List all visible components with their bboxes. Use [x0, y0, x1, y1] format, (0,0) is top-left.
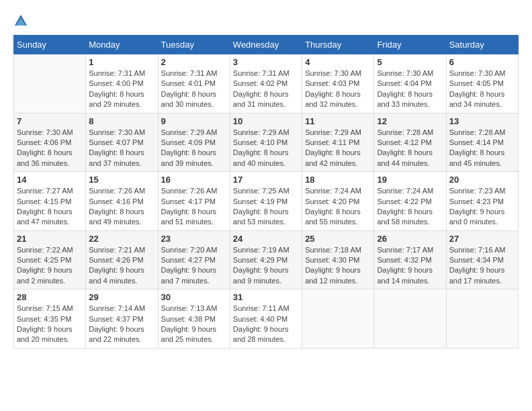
calendar-week-row: 1 Sunrise: 7:31 AM Sunset: 4:00 PM Dayli…: [14, 54, 519, 113]
calendar-cell: 29 Sunrise: 7:14 AM Sunset: 4:37 PM Dayl…: [86, 289, 158, 349]
day-number: 27: [449, 234, 515, 244]
day-info: Sunrise: 7:19 AM Sunset: 4:29 PM Dayligh…: [233, 245, 299, 287]
calendar-cell: 31 Sunrise: 7:11 AM Sunset: 4:40 PM Dayl…: [230, 289, 302, 349]
sunrise-text: Sunrise: 7:22 AM: [17, 246, 73, 254]
daylight-text: Daylight: 8 hours and 49 minutes.: [89, 208, 144, 226]
day-info: Sunrise: 7:28 AM Sunset: 4:14 PM Dayligh…: [449, 128, 515, 169]
daylight-text: Daylight: 8 hours and 30 minutes.: [161, 90, 217, 108]
sunrise-text: Sunrise: 7:14 AM: [89, 304, 145, 312]
day-info: Sunrise: 7:28 AM Sunset: 4:12 PM Dayligh…: [377, 128, 443, 169]
calendar-cell: 17 Sunrise: 7:25 AM Sunset: 4:19 PM Dayl…: [230, 172, 302, 231]
sunrise-text: Sunrise: 7:24 AM: [305, 187, 361, 195]
daylight-text: Daylight: 8 hours and 42 minutes.: [305, 148, 361, 167]
daylight-text: Daylight: 9 hours and 20 minutes.: [17, 325, 73, 343]
sunset-text: Sunset: 4:10 PM: [233, 138, 287, 146]
day-number: 9: [161, 116, 227, 126]
day-info: Sunrise: 7:29 AM Sunset: 4:11 PM Dayligh…: [305, 128, 371, 169]
day-info: Sunrise: 7:15 AM Sunset: 4:35 PM Dayligh…: [17, 304, 83, 345]
daylight-text: Daylight: 8 hours and 33 minutes.: [377, 90, 433, 108]
day-info: Sunrise: 7:30 AM Sunset: 4:04 PM Dayligh…: [377, 68, 443, 110]
day-number: 31: [233, 292, 299, 302]
day-number: 14: [17, 175, 83, 185]
daylight-text: Daylight: 8 hours and 37 minutes.: [89, 148, 144, 167]
day-number: 29: [89, 292, 154, 302]
calendar-table: SundayMondayTuesdayWednesdayThursdayFrid…: [13, 35, 519, 349]
calendar-cell: 8 Sunrise: 7:30 AM Sunset: 4:07 PM Dayli…: [86, 113, 158, 172]
calendar-cell: 20 Sunrise: 7:23 AM Sunset: 4:23 PM Dayl…: [446, 172, 518, 231]
day-number: 13: [449, 116, 515, 126]
daylight-text: Daylight: 8 hours and 47 minutes.: [17, 208, 73, 226]
day-info: Sunrise: 7:30 AM Sunset: 4:05 PM Dayligh…: [449, 68, 515, 110]
calendar-week-row: 21 Sunrise: 7:22 AM Sunset: 4:25 PM Dayl…: [14, 230, 519, 289]
sunset-text: Sunset: 4:40 PM: [233, 315, 287, 323]
daylight-text: Daylight: 8 hours and 53 minutes.: [233, 208, 289, 226]
sunset-text: Sunset: 4:03 PM: [305, 79, 359, 87]
sunset-text: Sunset: 4:07 PM: [89, 138, 143, 146]
day-info: Sunrise: 7:23 AM Sunset: 4:23 PM Dayligh…: [449, 186, 515, 228]
daylight-text: Daylight: 9 hours and 17 minutes.: [449, 266, 505, 284]
day-info: Sunrise: 7:20 AM Sunset: 4:27 PM Dayligh…: [161, 245, 227, 287]
sunset-text: Sunset: 4:29 PM: [233, 256, 287, 264]
sunrise-text: Sunrise: 7:23 AM: [449, 187, 506, 195]
day-info: Sunrise: 7:26 AM Sunset: 4:16 PM Dayligh…: [89, 186, 154, 228]
sunrise-text: Sunrise: 7:29 AM: [233, 128, 290, 136]
sunset-text: Sunset: 4:34 PM: [449, 256, 504, 264]
calendar-cell: 25 Sunrise: 7:18 AM Sunset: 4:30 PM Dayl…: [302, 230, 374, 289]
day-info: Sunrise: 7:30 AM Sunset: 4:07 PM Dayligh…: [89, 128, 154, 169]
calendar-cell: 14 Sunrise: 7:27 AM Sunset: 4:15 PM Dayl…: [14, 172, 86, 231]
daylight-text: Daylight: 9 hours and 14 minutes.: [377, 266, 433, 284]
sunset-text: Sunset: 4:17 PM: [161, 197, 216, 205]
day-number: 28: [17, 292, 83, 302]
day-number: 26: [377, 234, 443, 244]
weekday-header-sunday: Sunday: [14, 36, 86, 54]
daylight-text: Daylight: 8 hours and 44 minutes.: [377, 148, 433, 167]
sunset-text: Sunset: 4:38 PM: [161, 315, 216, 323]
sunrise-text: Sunrise: 7:26 AM: [89, 187, 145, 195]
sunrise-text: Sunrise: 7:31 AM: [233, 69, 290, 77]
calendar-cell: 30 Sunrise: 7:13 AM Sunset: 4:38 PM Dayl…: [158, 289, 230, 349]
sunrise-text: Sunrise: 7:29 AM: [161, 128, 218, 136]
calendar-cell: 16 Sunrise: 7:26 AM Sunset: 4:17 PM Dayl…: [158, 172, 230, 231]
day-number: 8: [89, 116, 154, 126]
calendar-cell: 5 Sunrise: 7:30 AM Sunset: 4:04 PM Dayli…: [374, 54, 446, 113]
daylight-text: Daylight: 9 hours and 9 minutes.: [233, 266, 289, 284]
calendar-cell: 11 Sunrise: 7:29 AM Sunset: 4:11 PM Dayl…: [302, 113, 374, 172]
day-info: Sunrise: 7:22 AM Sunset: 4:25 PM Dayligh…: [17, 245, 83, 287]
day-info: Sunrise: 7:29 AM Sunset: 4:09 PM Dayligh…: [161, 128, 227, 169]
sunrise-text: Sunrise: 7:27 AM: [17, 187, 73, 195]
sunset-text: Sunset: 4:27 PM: [161, 256, 216, 264]
sunset-text: Sunset: 4:25 PM: [17, 256, 71, 264]
day-number: 16: [161, 175, 227, 185]
sunrise-text: Sunrise: 7:30 AM: [305, 69, 361, 77]
day-number: 12: [377, 116, 443, 126]
day-info: Sunrise: 7:29 AM Sunset: 4:10 PM Dayligh…: [233, 128, 299, 169]
daylight-text: Daylight: 8 hours and 39 minutes.: [161, 148, 217, 167]
sunset-text: Sunset: 4:26 PM: [89, 256, 143, 264]
sunrise-text: Sunrise: 7:21 AM: [89, 246, 145, 254]
day-number: 25: [305, 234, 371, 244]
calendar-cell: 7 Sunrise: 7:30 AM Sunset: 4:06 PM Dayli…: [14, 113, 86, 172]
weekday-header-tuesday: Tuesday: [158, 36, 230, 54]
sunrise-text: Sunrise: 7:30 AM: [17, 128, 73, 136]
sunrise-text: Sunrise: 7:24 AM: [377, 187, 433, 195]
sunset-text: Sunset: 4:01 PM: [161, 79, 216, 87]
daylight-text: Daylight: 9 hours and 4 minutes.: [89, 266, 144, 284]
sunrise-text: Sunrise: 7:20 AM: [161, 246, 218, 254]
day-number: 22: [89, 234, 154, 244]
day-number: 10: [233, 116, 299, 126]
sunset-text: Sunset: 4:23 PM: [449, 197, 504, 205]
sunset-text: Sunset: 4:30 PM: [305, 256, 359, 264]
day-number: 7: [17, 116, 83, 126]
calendar-cell: 4 Sunrise: 7:30 AM Sunset: 4:03 PM Dayli…: [302, 54, 374, 113]
sunrise-text: Sunrise: 7:26 AM: [161, 187, 218, 195]
calendar-cell: 22 Sunrise: 7:21 AM Sunset: 4:26 PM Dayl…: [86, 230, 158, 289]
calendar-cell: [302, 289, 374, 349]
sunrise-text: Sunrise: 7:30 AM: [89, 128, 145, 136]
calendar-cell: 9 Sunrise: 7:29 AM Sunset: 4:09 PM Dayli…: [158, 113, 230, 172]
day-number: 21: [17, 234, 83, 244]
day-number: 4: [305, 57, 371, 67]
day-number: 20: [449, 175, 515, 185]
daylight-text: Daylight: 8 hours and 45 minutes.: [449, 148, 505, 167]
day-number: 15: [89, 175, 154, 185]
day-number: 30: [161, 292, 227, 302]
